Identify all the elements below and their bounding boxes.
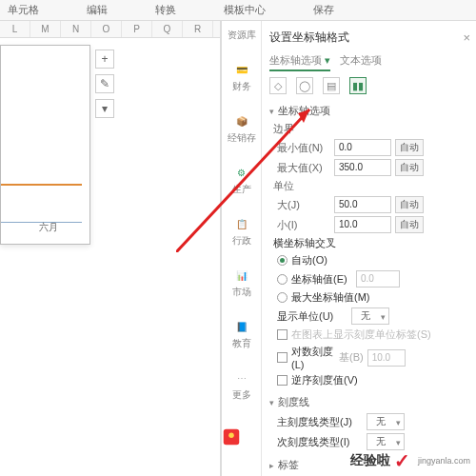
toolbar-item[interactable]: 转换 bbox=[155, 3, 176, 17]
more-icon: ⋯ bbox=[233, 369, 250, 387]
major-tick-label: 主刻度线类型(J) bbox=[277, 415, 363, 429]
clipboard-icon: 📋 bbox=[233, 215, 250, 232]
tab-text-options[interactable]: 文本选项 bbox=[340, 53, 382, 71]
chart-tools: + ✎ ▾ bbox=[95, 50, 114, 118]
col-header[interactable]: N bbox=[61, 21, 91, 37]
chart-brush-icon[interactable]: ✎ bbox=[95, 74, 114, 93]
sidebar-item-more[interactable]: ⋯更多 bbox=[232, 369, 251, 402]
col-header[interactable]: M bbox=[30, 21, 61, 37]
logscale-checkbox[interactable] bbox=[277, 352, 288, 363]
major-tick-select[interactable]: 无 bbox=[367, 413, 405, 430]
reverse-checkbox[interactable] bbox=[277, 375, 288, 386]
box-icon: 📦 bbox=[233, 112, 250, 129]
top-toolbar: 单元格 编辑 转换 模板中心 保存 bbox=[0, 0, 476, 21]
max-label: 最大值(X) bbox=[277, 161, 330, 175]
caret-right-icon[interactable]: ▸ bbox=[269, 461, 274, 470]
sidebar-item-market[interactable]: 📊市场 bbox=[232, 267, 251, 299]
minor-tick-label: 次刻度线类型(I) bbox=[277, 435, 363, 449]
svg-point-3 bbox=[228, 432, 234, 438]
embedded-chart[interactable]: 六月 bbox=[0, 45, 90, 245]
cross-label: 横坐标轴交叉 bbox=[273, 236, 336, 250]
caret-down-icon[interactable]: ▾ bbox=[269, 398, 274, 407]
unit-label-checkbox bbox=[277, 329, 288, 340]
col-header[interactable]: P bbox=[122, 21, 152, 37]
auto-button[interactable]: 自动 bbox=[395, 139, 424, 156]
sidebar-item-production[interactable]: ⚙生产 bbox=[232, 164, 251, 196]
cross-value-label: 坐标轴值(E) bbox=[291, 272, 352, 287]
sidebar-item-education[interactable]: 📘教育 bbox=[232, 318, 251, 350]
toolbar-item[interactable]: 单元格 bbox=[8, 3, 39, 17]
sidebar-item-admin[interactable]: 📋行政 bbox=[232, 215, 251, 248]
base-label: 基(B) bbox=[339, 350, 364, 365]
chart-series-line bbox=[1, 184, 82, 186]
watermark-sub: jingyanla.com bbox=[418, 456, 470, 466]
chart-icon: 📊 bbox=[233, 267, 250, 284]
cross-value-input[interactable]: 0.0 bbox=[356, 270, 400, 288]
cross-max-label: 最大坐标轴值(M) bbox=[291, 290, 370, 305]
worksheet-area[interactable]: L M N O P Q R 六月 + ✎ ▾ bbox=[0, 21, 221, 476]
display-unit-chk-label: 在图表上显示刻度单位标签(S) bbox=[291, 327, 431, 342]
auto-button[interactable]: 自动 bbox=[395, 216, 424, 233]
caret-down-icon[interactable]: ▾ bbox=[269, 107, 274, 116]
fill-icon[interactable]: ◇ bbox=[269, 77, 287, 94]
panel-title: 设置坐标轴格式 bbox=[269, 30, 349, 46]
column-headers: L M N O P Q R bbox=[0, 21, 220, 38]
auto-button[interactable]: 自动 bbox=[395, 159, 424, 176]
sidebar-item-resources[interactable]: 资源库 bbox=[228, 29, 256, 42]
cross-max-radio[interactable] bbox=[277, 292, 288, 303]
sidebar-item-inventory[interactable]: 📦经销存 bbox=[228, 112, 256, 145]
cross-auto-radio[interactable] bbox=[277, 255, 288, 266]
auto-button[interactable]: 自动 bbox=[395, 196, 424, 213]
display-unit-label: 显示单位(U) bbox=[277, 309, 347, 324]
wallet-icon: 💳 bbox=[233, 61, 250, 78]
min-input[interactable]: 0.0 bbox=[334, 139, 391, 156]
cross-auto-label: 自动(O) bbox=[291, 253, 327, 268]
display-unit-select[interactable]: 无 bbox=[351, 307, 389, 325]
min-label: 最小值(N) bbox=[277, 141, 330, 155]
right-task-pane: 资源库 💳财务 📦经销存 ⚙生产 📋行政 📊市场 📘教育 ⋯更多 设置坐标轴格式… bbox=[221, 21, 476, 476]
chart-add-icon[interactable]: + bbox=[95, 50, 114, 69]
section-labels[interactable]: 标签 bbox=[278, 458, 299, 472]
boundary-label: 边界 bbox=[273, 122, 294, 136]
chart-filter-icon[interactable]: ▾ bbox=[95, 99, 114, 118]
cross-value-radio[interactable] bbox=[277, 274, 288, 285]
gear-icon: ⚙ bbox=[233, 164, 250, 181]
major-unit-label: 大(J) bbox=[277, 198, 330, 212]
minor-unit-input[interactable]: 10.0 bbox=[334, 216, 391, 233]
close-icon[interactable]: × bbox=[463, 30, 470, 45]
watermark: 经验啦 ✓ jingyanla.com bbox=[350, 449, 470, 472]
logscale-label: 对数刻度(L) bbox=[291, 345, 335, 370]
col-header[interactable]: Q bbox=[152, 21, 183, 37]
format-axis-panel: 设置坐标轴格式 × 坐标轴选项 ▾ 文本选项 ◇ ◯ ▤ ▮▮ ▾坐标轴选项 边… bbox=[262, 21, 476, 476]
resource-sidebar: 资源库 💳财务 📦经销存 ⚙生产 📋行政 📊市场 📘教育 ⋯更多 bbox=[222, 21, 262, 476]
major-unit-input[interactable]: 50.0 bbox=[334, 196, 391, 213]
base-input: 10.0 bbox=[367, 349, 406, 367]
unit-label: 单位 bbox=[273, 179, 294, 193]
size-icon[interactable]: ▤ bbox=[323, 77, 340, 94]
red-packet-icon[interactable] bbox=[221, 426, 242, 447]
book-icon: 📘 bbox=[233, 318, 250, 335]
col-header[interactable]: R bbox=[183, 21, 213, 37]
watermark-text: 经验啦 bbox=[350, 452, 390, 469]
col-header[interactable]: O bbox=[91, 21, 122, 37]
max-input[interactable]: 350.0 bbox=[334, 159, 391, 176]
toolbar-item[interactable]: 编辑 bbox=[87, 3, 108, 17]
toolbar-item[interactable]: 模板中心 bbox=[224, 3, 266, 17]
check-icon: ✓ bbox=[394, 449, 410, 472]
axis-icon[interactable]: ▮▮ bbox=[349, 77, 367, 94]
minor-unit-label: 小(I) bbox=[277, 218, 330, 232]
toolbar-item[interactable]: 保存 bbox=[313, 3, 334, 17]
reverse-label: 逆序刻度值(V) bbox=[291, 373, 358, 387]
panel-icon-row: ◇ ◯ ▤ ▮▮ bbox=[269, 77, 470, 94]
minor-tick-select[interactable]: 无 bbox=[367, 433, 405, 450]
col-header[interactable]: L bbox=[0, 21, 30, 37]
chart-x-label: 六月 bbox=[39, 221, 58, 234]
sidebar-item-finance[interactable]: 💳财务 bbox=[232, 61, 251, 93]
tab-axis-options[interactable]: 坐标轴选项 ▾ bbox=[269, 53, 330, 71]
section-tick[interactable]: 刻度线 bbox=[278, 395, 309, 409]
section-axis-options[interactable]: 坐标轴选项 bbox=[278, 104, 330, 118]
effects-icon[interactable]: ◯ bbox=[296, 77, 313, 94]
